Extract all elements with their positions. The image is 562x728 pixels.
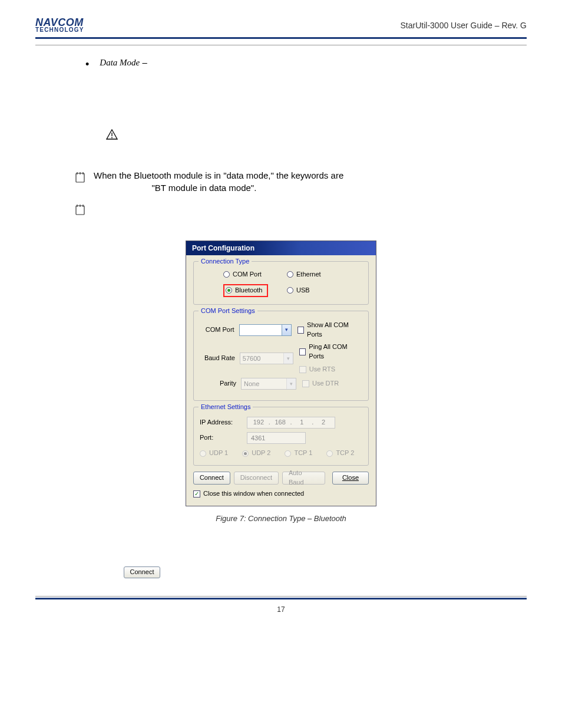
bullet-dot: • bbox=[85, 57, 89, 83]
close-button[interactable]: Close bbox=[332, 472, 369, 485]
svg-point-1 bbox=[111, 137, 113, 139]
chevron-down-icon: ▾ bbox=[286, 378, 296, 389]
check-use-dtr: Use DTR bbox=[302, 379, 339, 388]
radio-icon bbox=[326, 450, 333, 457]
chevron-down-icon: ▾ bbox=[282, 325, 291, 335]
combo-com-port[interactable]: ▾ bbox=[239, 324, 292, 336]
dialog-port-configuration: Port Configuration Connection Type COM P… bbox=[186, 241, 376, 506]
disconnect-button: Disconnect bbox=[234, 472, 279, 485]
dialog-titlebar: Port Configuration bbox=[186, 241, 376, 255]
group-title-com: COM Port Settings bbox=[199, 307, 257, 316]
note-icon bbox=[74, 203, 87, 219]
radio-icon bbox=[287, 271, 293, 278]
step2-text-a: Click bbox=[101, 566, 120, 579]
radio-udp2: UDP 2 bbox=[242, 449, 270, 458]
radio-bluetooth[interactable]: Bluetooth bbox=[223, 284, 281, 297]
ip-address-field: 192. 168. 1. 2 bbox=[247, 417, 335, 429]
check-close-when-connected[interactable]: ✓ Close this window when connected bbox=[193, 489, 369, 499]
bullet-text-2: In this mode, the Bluetooth module does … bbox=[106, 92, 490, 115]
warning-label: Warning: bbox=[125, 130, 162, 139]
label-com-port: COM Port bbox=[200, 325, 234, 335]
footer-rule-thin bbox=[35, 596, 527, 597]
note1-part-b: "BT module in data mode". bbox=[151, 183, 256, 193]
radio-udp1: UDP 1 bbox=[200, 449, 228, 458]
logo-top: NAVCOM bbox=[35, 18, 84, 27]
figure-caption: Figure 7: Connection Type – Bluetooth bbox=[186, 513, 376, 525]
radio-icon bbox=[200, 450, 206, 457]
combo-baud-rate: 57600▾ bbox=[240, 353, 293, 364]
chevron-down-icon: ▾ bbox=[283, 353, 293, 364]
warning-text: To restore the Bluetooth module to "comm… bbox=[125, 130, 505, 153]
radio-icon bbox=[242, 450, 249, 457]
radio-icon bbox=[287, 287, 293, 294]
inline-connect-button[interactable]: Connect bbox=[124, 566, 161, 578]
radio-tcp2: TCP 2 bbox=[326, 449, 354, 458]
check-use-rts: Use RTS bbox=[299, 365, 362, 374]
logo: NAVCOM TECHNOLOGY bbox=[35, 18, 84, 32]
group-title-eth: Ethernet Settings bbox=[199, 403, 253, 412]
bullet-lead: Data Mode bbox=[100, 58, 140, 67]
step2-text-b: . The Bluetooth Device window opens (see… bbox=[164, 566, 371, 579]
radio-usb[interactable]: USB bbox=[287, 284, 345, 297]
check-ping-all-com[interactable]: Ping All COM Ports bbox=[299, 342, 362, 361]
svg-rect-2 bbox=[76, 173, 84, 182]
connect-button[interactable]: Connect bbox=[193, 472, 230, 485]
checkbox-icon bbox=[302, 380, 309, 387]
port-field: 4361 bbox=[247, 432, 306, 444]
label-port: Port: bbox=[200, 433, 242, 443]
radio-icon bbox=[226, 287, 232, 294]
group-title-connection: Connection Type bbox=[199, 257, 252, 266]
check-show-all-com[interactable]: Show All COM Ports bbox=[297, 321, 362, 340]
checkbox-icon bbox=[299, 348, 306, 355]
radio-com-port[interactable]: COM Port bbox=[223, 270, 281, 279]
label-baud: Baud Rate bbox=[200, 354, 235, 363]
svg-rect-6 bbox=[76, 206, 84, 215]
note-icon bbox=[74, 170, 87, 187]
warning-icon bbox=[106, 129, 118, 143]
radio-tcp1: TCP 1 bbox=[285, 449, 312, 458]
header-rule-thin bbox=[35, 45, 527, 45]
label-parity: Parity bbox=[200, 379, 236, 388]
bullet-dash: – bbox=[140, 57, 149, 67]
radio-icon bbox=[285, 450, 291, 457]
step2-num: 2. bbox=[85, 566, 101, 579]
radio-ethernet[interactable]: Ethernet bbox=[287, 270, 345, 279]
checkbox-icon: ✓ bbox=[193, 490, 200, 498]
group-com-settings: COM Port Settings COM Port ▾ Show All CO… bbox=[193, 311, 369, 401]
footer-rule-thick bbox=[35, 598, 527, 599]
checkbox-icon bbox=[299, 366, 306, 373]
combo-parity: None▾ bbox=[241, 378, 296, 390]
radio-icon bbox=[223, 271, 230, 278]
note1-part-a: When the Bluetooth module is in "data mo… bbox=[94, 170, 346, 180]
logo-bottom: TECHNOLOGY bbox=[35, 27, 84, 32]
group-ethernet-settings: Ethernet Settings IP Address: 192. 168. … bbox=[193, 407, 369, 466]
autobaud-button: Auto Baud bbox=[282, 472, 325, 485]
step1-num: 1. bbox=[85, 541, 101, 554]
header-rule-thick bbox=[35, 37, 527, 39]
header-title: StarUtil-3000 User Guide – Rev. G bbox=[401, 21, 527, 30]
step1-text: Select Bluetooth as the connection type … bbox=[101, 542, 318, 552]
checkbox-icon bbox=[297, 327, 304, 334]
page-number: 17 bbox=[35, 605, 527, 614]
note2-hidden: Ensure that the Bluetooth device is set … bbox=[94, 203, 486, 226]
bullet-text-1: This mode enables the transfer of data b… bbox=[100, 57, 500, 81]
label-ip: IP Address: bbox=[200, 418, 242, 427]
group-connection-type: Connection Type COM Port Ethernet Blueto… bbox=[193, 261, 369, 305]
